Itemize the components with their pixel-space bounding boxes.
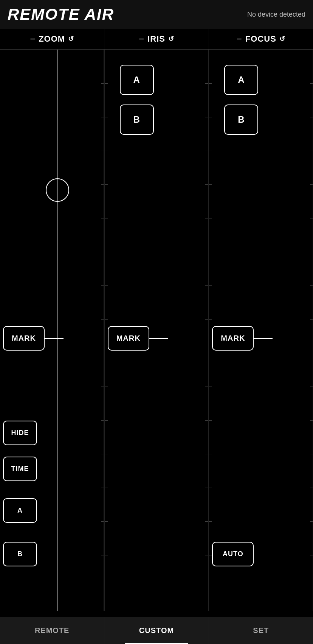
focus-a-row: A: [217, 61, 258, 99]
focus-mark-line: [254, 338, 273, 339]
iris-b-button[interactable]: B: [120, 104, 154, 135]
iris-mark-button[interactable]: MARK: [108, 326, 149, 351]
focus-b-row: B: [217, 101, 258, 139]
focus-b-button[interactable]: B: [224, 104, 258, 135]
focus-auto-button[interactable]: AUTO: [212, 542, 254, 566]
device-status: No device detected: [247, 11, 305, 19]
iris-b-row: B: [112, 101, 154, 139]
zoom-b-button[interactable]: B: [3, 542, 37, 566]
iris-reset-icon[interactable]: ↺: [168, 35, 174, 43]
focus-label: FOCUS: [245, 34, 276, 44]
app-header: REMOTE AIR No device detected: [0, 0, 313, 29]
focus-minus-icon[interactable]: −: [237, 34, 242, 44]
column-headers: − ZOOM ↺ − IRIS ↺ − FOCUS ↺: [0, 29, 313, 50]
nav-remote[interactable]: REMOTE: [0, 617, 104, 644]
zoom-label: ZOOM: [39, 34, 65, 44]
iris-a-row: A: [112, 61, 154, 99]
zoom-handle[interactable]: [46, 178, 69, 202]
zoom-a-button[interactable]: A: [3, 498, 37, 523]
iris-a-button[interactable]: A: [120, 65, 154, 95]
bottom-navigation: REMOTE CUSTOM SET: [0, 617, 313, 644]
iris-mark-line: [149, 338, 168, 339]
focus-left-ticks: [209, 50, 212, 611]
main-content: MARK HIDE TIME A B: [0, 50, 313, 611]
focus-column-header: − FOCUS ↺: [209, 29, 313, 49]
focus-reset-icon[interactable]: ↺: [279, 35, 285, 43]
nav-custom[interactable]: CUSTOM: [104, 617, 209, 644]
zoom-minus-icon[interactable]: −: [30, 34, 36, 44]
zoom-hide-button[interactable]: HIDE: [3, 421, 37, 445]
nav-set[interactable]: SET: [209, 617, 313, 644]
zoom-column: MARK HIDE TIME A B: [0, 50, 104, 611]
zoom-mark-button[interactable]: MARK: [3, 326, 45, 351]
focus-mark-row: MARK: [212, 326, 273, 351]
zoom-column-header: − ZOOM ↺: [0, 29, 104, 49]
zoom-reset-icon[interactable]: ↺: [68, 35, 74, 43]
zoom-mark-row: MARK: [3, 326, 64, 351]
zoom-time-button[interactable]: TIME: [3, 457, 37, 481]
zoom-mark-line: [45, 338, 64, 339]
iris-minus-icon[interactable]: −: [139, 34, 144, 44]
iris-column: A B MARK: [104, 50, 209, 611]
focus-column: A B MARK AUTO: [209, 50, 313, 611]
focus-a-button[interactable]: A: [224, 65, 258, 95]
iris-mark-row: MARK: [108, 326, 168, 351]
focus-mark-button[interactable]: MARK: [212, 326, 254, 351]
iris-column-header: − IRIS ↺: [104, 29, 209, 49]
iris-left-ticks: [105, 50, 108, 611]
app-title: REMOTE AIR: [8, 5, 114, 23]
iris-label: IRIS: [147, 34, 165, 44]
